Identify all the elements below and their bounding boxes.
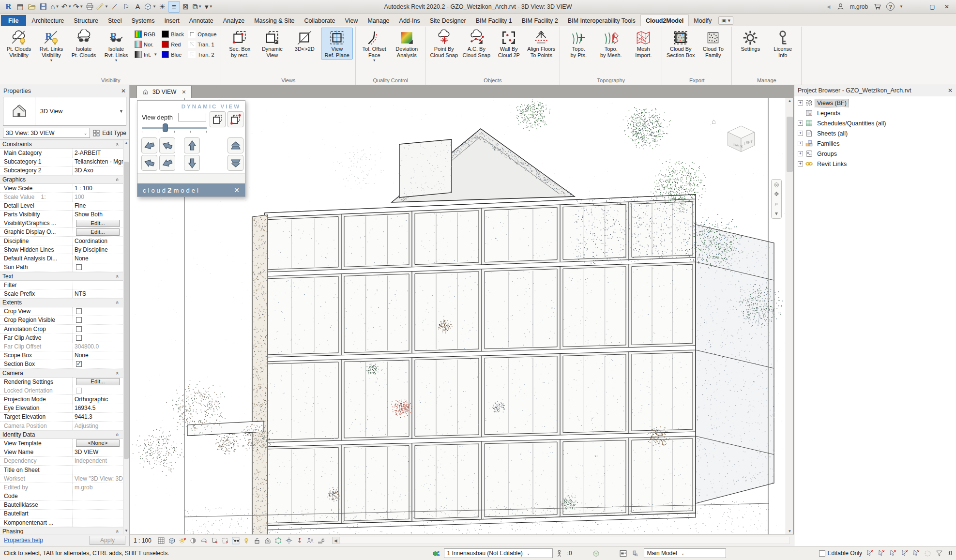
locked-orientation-checkbox[interactable] xyxy=(76,388,82,394)
expand-icon[interactable]: + xyxy=(798,151,803,156)
dropdown-icon[interactable]: ▼ xyxy=(105,5,108,9)
text-note-icon[interactable]: A xyxy=(132,1,143,12)
move-left-back-button[interactable] xyxy=(141,137,157,153)
settings-gear-button[interactable]: Settings xyxy=(734,28,766,53)
tag-by-category-icon[interactable]: ⚐ xyxy=(121,1,132,12)
undo-icon[interactable]: ↶▼ xyxy=(61,1,72,12)
ribbon-tab-site-designer[interactable]: Site Designer xyxy=(425,15,471,26)
maximize-button[interactable]: ▢ xyxy=(925,1,940,13)
edit-type-button[interactable]: Edit Type xyxy=(92,129,126,137)
pinned-select-toggle-icon[interactable] xyxy=(888,548,898,558)
ribbon-tab-collaborate[interactable]: Collaborate xyxy=(300,15,340,26)
print-icon[interactable] xyxy=(84,1,95,12)
active-workset-select[interactable]: 1 Innenausbau (Not Editable)⌄ xyxy=(444,548,553,558)
property-value[interactable]: 3D VIEW xyxy=(73,449,123,455)
viewcube[interactable]: BACK LEFT xyxy=(719,115,763,160)
orbit-icon[interactable]: ▾ xyxy=(775,210,778,217)
collapse-section-icon[interactable]: « xyxy=(115,178,121,181)
section-box-rect-button[interactable]: Sec. Boxby rect. xyxy=(224,28,256,60)
drawing-horizontal-scrollbar[interactable]: ◀ xyxy=(332,537,790,544)
view-type-select[interactable]: 3D View: 3D VIEW⌄ xyxy=(3,128,90,138)
point-by-cloud-snap-button[interactable]: Point ByCloud Snap xyxy=(428,28,460,60)
red-button[interactable]: Red xyxy=(161,40,185,49)
close-button[interactable]: ✕ xyxy=(940,1,954,13)
graphic-display-o-button[interactable]: Edit... xyxy=(76,228,120,236)
roof-down-button[interactable] xyxy=(228,155,243,171)
tree-item-schedules-quantities-all[interactable]: +Schedules/Quantities (all) xyxy=(796,118,956,128)
underlay-select-toggle-icon[interactable] xyxy=(877,548,886,558)
property-value[interactable]: Edit... xyxy=(73,378,123,385)
dropdown-icon[interactable]: ▼ xyxy=(50,59,53,62)
apply-button[interactable]: Apply xyxy=(90,536,125,545)
project-browser-close-icon[interactable]: ✕ xyxy=(948,87,953,94)
ribbon-tab-add-ins[interactable]: Add-Ins xyxy=(395,15,425,26)
collapse-section-icon[interactable]: « xyxy=(115,301,121,304)
scroll-down-icon[interactable]: ▼ xyxy=(123,528,129,534)
view-depth-slider[interactable] xyxy=(142,127,207,129)
scroll-up-icon[interactable]: ▲ xyxy=(123,140,129,146)
view-ref-plane-button[interactable]: ViewRef. Plane xyxy=(321,28,353,60)
topo-by-mesh-button[interactable]: Topo.by Mesh. xyxy=(595,28,627,60)
property-value[interactable]: 2-ARBEIT xyxy=(73,150,123,156)
collapse-section-icon[interactable]: « xyxy=(115,143,121,146)
expand-icon[interactable]: + xyxy=(798,100,803,106)
section-box-button[interactable] xyxy=(210,111,226,127)
links-select-toggle-icon[interactable] xyxy=(865,548,875,558)
ribbon-tab-analyze[interactable]: Analyze xyxy=(218,15,249,26)
move-down-button[interactable] xyxy=(184,155,200,171)
sun-path-checkbox[interactable] xyxy=(76,264,82,270)
ribbon-tab-bim-facility-2[interactable]: BIM Facility 2 xyxy=(517,15,563,26)
dropdown-icon[interactable]: ▼ xyxy=(68,5,72,9)
section-extents[interactable]: Extents« xyxy=(0,298,123,307)
tree-item-groups[interactable]: +Groups xyxy=(796,149,956,159)
selection-cycle-icon[interactable] xyxy=(923,548,933,558)
expand-icon[interactable]: + xyxy=(798,121,803,126)
dropdown-icon[interactable]: ▼ xyxy=(373,59,376,62)
property-value[interactable]: None xyxy=(73,255,123,262)
dropdown-icon[interactable]: ▼ xyxy=(115,59,118,62)
tree-item-families[interactable]: +Families xyxy=(796,138,956,149)
aligned-dimension-icon[interactable]: ⟋ xyxy=(109,1,120,12)
temporary-hide-icon[interactable] xyxy=(231,536,241,545)
drawing-vertical-scrollbar[interactable]: ▲ ▼ xyxy=(786,98,793,534)
collapse-section-icon[interactable]: « xyxy=(115,530,121,533)
ribbon-tab-steel[interactable]: Steel xyxy=(103,15,127,26)
steering-wheel-icon[interactable]: ◎ xyxy=(774,181,779,188)
properties-scrollbar[interactable]: ▲ ▼ xyxy=(123,140,129,534)
property-value[interactable] xyxy=(73,317,123,323)
temporary-view-icon[interactable] xyxy=(263,536,273,545)
expand-icon[interactable]: + xyxy=(798,131,803,136)
ribbon-tab-view[interactable]: View xyxy=(340,15,363,26)
scroll-left-icon[interactable]: ◀ xyxy=(332,537,339,544)
dropdown-icon[interactable]: ▼ xyxy=(56,5,60,9)
cloud-to-family-button[interactable]: Cloud ToFamily xyxy=(697,28,729,60)
ribbon-tab-structure[interactable]: Structure xyxy=(69,15,103,26)
tolerance-offset-face-button[interactable]: Tol. OffsetFace▼ xyxy=(358,28,390,63)
unlocked-view-icon[interactable] xyxy=(253,536,262,545)
wall-by-cloud-button[interactable]: Wall ByCloud 2P xyxy=(493,28,525,60)
section-graphics[interactable]: Graphics« xyxy=(0,175,123,184)
model-view[interactable]: ⌂ BACK LEFT ◎ ✥ ⌕ ▾ ▲ ▼ DYNAMIC VIEW Vie xyxy=(130,98,794,534)
properties-close-icon[interactable]: ✕ xyxy=(121,88,126,94)
displacement-sets-icon[interactable] xyxy=(285,536,294,545)
far-clip-active-checkbox[interactable] xyxy=(76,335,82,341)
view-template-button[interactable]: <None> xyxy=(76,439,120,447)
crop-region-icon[interactable] xyxy=(221,536,230,545)
crop-view-icon[interactable] xyxy=(210,536,219,545)
section-phasing[interactable]: Phasing« xyxy=(0,527,123,534)
ribbon-tab-cloud2model[interactable]: Cloud2Model xyxy=(640,15,689,26)
editing-requests-icon[interactable] xyxy=(555,548,565,558)
close-inactive-views-icon[interactable]: ⊠ xyxy=(180,1,191,12)
property-value[interactable]: Edit... xyxy=(73,220,123,227)
ribbon-tab-systems[interactable]: Systems xyxy=(126,15,159,26)
property-value[interactable]: None xyxy=(73,352,123,359)
collapse-infocenter-icon[interactable]: ◄ xyxy=(826,3,832,10)
viewcube-home-icon[interactable]: ⌂ xyxy=(712,117,716,125)
section-box-reset-button[interactable] xyxy=(228,111,243,127)
rgb-gradient-button[interactable]: RGB xyxy=(134,30,158,39)
normals-gradient-button[interactable]: Nor. xyxy=(134,40,158,49)
collapse-section-icon[interactable]: « xyxy=(115,372,121,375)
blue-button[interactable]: Blue xyxy=(161,50,185,59)
collapse-section-icon[interactable]: « xyxy=(115,433,121,436)
view-scale-button[interactable]: 1 : 100 xyxy=(134,537,152,544)
